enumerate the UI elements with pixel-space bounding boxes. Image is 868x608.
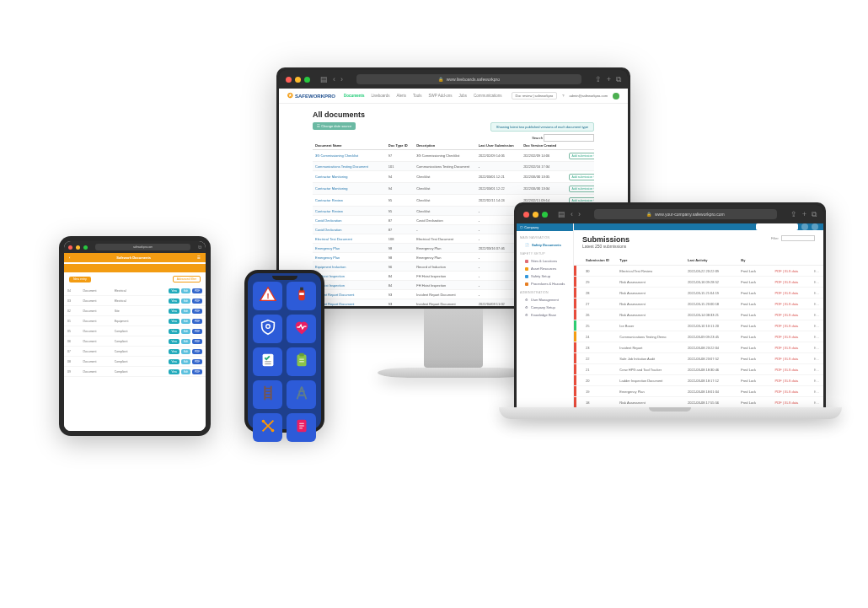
table-row[interactable]: 21Crew HPG and Tool Tracker2022-03-08 18… — [574, 364, 823, 375]
column-header[interactable]: Last User Submission — [476, 142, 521, 150]
table-row[interactable]: 23Incident Report2022-03-08 23:22:04Fred… — [574, 342, 823, 353]
list-item[interactable]: 07DocumentCompliantViewEditPDF — [64, 347, 206, 357]
avatar[interactable] — [613, 93, 619, 100]
edit-link[interactable]: Edit — [809, 397, 823, 408]
table-row[interactable]: 24Communications Testing Demo2022-03-09 … — [574, 331, 823, 342]
table-row[interactable]: Contractor Monitoring94Checklist2022/03/… — [313, 171, 594, 183]
view-badge[interactable]: View — [169, 359, 179, 364]
list-item[interactable]: 05DocumentCompliantViewEditPDF — [64, 326, 206, 336]
download-link[interactable]: PDF | XLS data — [770, 266, 809, 277]
menu-icon[interactable]: ☰ — [197, 256, 201, 260]
download-link[interactable]: PDF | XLS data — [770, 331, 809, 342]
table-row[interactable]: Contractor Monitoring94Checklist2022/03/… — [313, 183, 594, 195]
download-link[interactable]: PDF | XLS data — [770, 309, 809, 320]
window-controls[interactable] — [523, 212, 548, 218]
close-icon[interactable] — [286, 77, 292, 83]
tile-tools[interactable] — [253, 413, 282, 442]
add-submission-button[interactable]: Add submission » — [569, 174, 594, 180]
table-row[interactable]: 18Risk Assessment2022-03-08 17:55:56Fred… — [574, 397, 823, 408]
search-input[interactable] — [544, 134, 594, 142]
doc-name-cell[interactable]: Electrical Test Document — [313, 234, 386, 244]
download-link[interactable]: PDF | XLS data — [770, 375, 809, 386]
edit-badge[interactable]: Edit — [181, 329, 190, 334]
tabs-icon[interactable]: ⧉ — [198, 245, 201, 250]
sidebar-item[interactable]: Procedures & Hazards — [520, 280, 570, 288]
column-header[interactable]: Doc Type ID — [386, 142, 414, 150]
table-row[interactable]: 30Electrical Test Review2022-03-22 20:22… — [574, 266, 823, 277]
tile-stepladder[interactable] — [287, 380, 316, 409]
tile-shield[interactable] — [253, 315, 282, 343]
pdf-badge[interactable]: PDF — [192, 359, 202, 364]
table-row[interactable]: 19Emergency Plan2022-03-08 18:01:04Fred … — [574, 386, 823, 397]
sidebar-toggle-icon[interactable]: ▤ — [320, 75, 328, 83]
list-item[interactable]: 02DocumentSiteViewEditPDF — [64, 306, 206, 316]
column-header[interactable]: Last Activity — [683, 256, 736, 266]
download-link[interactable]: PDF | XLS data — [770, 288, 809, 299]
doc-name-cell[interactable]: Emergency Plan — [313, 253, 386, 262]
list-item[interactable]: 08DocumentCompliantViewEditPDF — [64, 357, 206, 367]
download-link[interactable]: PDF | XLS data — [770, 397, 809, 408]
company-logo[interactable]: ⬡ Company — [517, 223, 573, 231]
window-controls[interactable] — [286, 77, 310, 83]
nav-tools[interactable]: Tools — [413, 94, 422, 98]
pdf-badge[interactable]: PDF — [192, 329, 202, 334]
minimize-icon[interactable] — [76, 245, 80, 250]
view-badge[interactable]: View — [169, 319, 179, 324]
doc-name-cell[interactable]: 3G Commissioning Checklist — [313, 150, 386, 162]
edit-link[interactable]: Edit — [809, 309, 823, 320]
list-item[interactable]: 03DocumentElectricalViewEditPDF — [64, 296, 206, 306]
download-link[interactable]: PDF | XLS data — [770, 353, 809, 364]
close-icon[interactable] — [523, 212, 529, 218]
maximize-icon[interactable] — [304, 77, 310, 83]
pdf-badge[interactable]: PDF — [192, 339, 202, 344]
column-header[interactable] — [770, 256, 809, 266]
column-header[interactable]: By — [736, 256, 769, 266]
filter-button[interactable]: Advanced filter — [173, 276, 201, 282]
help-icon[interactable]: ? — [562, 94, 564, 98]
tile-checklist[interactable] — [253, 347, 282, 376]
sidebar-item[interactable]: Asset Resources — [520, 265, 570, 272]
table-row[interactable]: 29Risk Assessment2022-03-16 09:28:52Fred… — [574, 277, 823, 288]
pdf-badge[interactable]: PDF — [192, 349, 202, 354]
new-entry-button[interactable]: New entry — [69, 277, 91, 282]
edit-badge[interactable]: Edit — [181, 288, 190, 293]
user-icon[interactable] — [812, 223, 818, 230]
column-header[interactable] — [566, 142, 594, 150]
edit-link[interactable]: Edit — [809, 277, 823, 288]
sidebar-item[interactable]: Safety Setup — [520, 272, 570, 280]
tile-extinguisher[interactable] — [287, 282, 316, 310]
share-icon[interactable]: ⇪ — [595, 75, 602, 84]
sidebar-item[interactable]: ⚙ User Management — [520, 296, 570, 304]
add-submission-button[interactable]: Add submission » — [569, 153, 594, 159]
pdf-badge[interactable]: PDF — [192, 309, 202, 314]
app-logo[interactable]: ✪ SAFEWORKPRO — [287, 92, 335, 100]
sidebar-item[interactable]: ⚙ Knowledge Base — [520, 311, 570, 319]
filter-input[interactable] — [781, 235, 815, 241]
minimize-icon[interactable] — [295, 77, 301, 83]
doc-name-cell[interactable]: Contractor Monitoring — [313, 183, 386, 195]
doc-name-cell[interactable]: Contractor Review — [313, 207, 386, 216]
user-email[interactable]: admin@safeworkpro.com — [570, 94, 608, 98]
back-icon[interactable]: ‹ — [571, 210, 573, 218]
column-header[interactable]: Doc Version Created — [521, 142, 565, 150]
forward-icon[interactable]: › — [340, 75, 343, 83]
sidebar-item[interactable]: 📄 Safety Documents — [520, 241, 570, 249]
edit-link[interactable]: Edit — [809, 320, 823, 331]
edit-badge[interactable]: Edit — [181, 299, 190, 304]
view-badge[interactable]: View — [169, 309, 179, 314]
edit-link[interactable]: Edit — [809, 299, 823, 309]
view-badge[interactable]: View — [169, 369, 179, 374]
table-row[interactable]: 28Risk Assessment2022-03-15 21:04:19Fred… — [574, 288, 823, 299]
share-icon[interactable]: ⇪ — [790, 210, 797, 219]
pdf-badge[interactable]: PDF — [192, 299, 202, 304]
list-item[interactable]: 01DocumentEquipmentViewEditPDF — [64, 316, 206, 326]
tile-heart[interactable] — [287, 315, 316, 343]
table-row[interactable]: 26Risk Assessment2022-03-14 08:33:21Fred… — [574, 309, 823, 320]
address-bar[interactable]: 🔒 www.liveboards.safeworkpro — [356, 74, 581, 84]
doc-name-cell[interactable]: Covid Declaration — [313, 225, 386, 234]
table-row[interactable]: 22Safe Job Initiation Audit2022-03-08 23… — [574, 353, 823, 364]
tile-ladder[interactable] — [253, 380, 282, 409]
pdf-badge[interactable]: PDF — [192, 319, 202, 324]
edit-link[interactable]: Edit — [809, 266, 823, 277]
nav-swp add-ons[interactable]: SWP Add-ons — [429, 94, 453, 98]
